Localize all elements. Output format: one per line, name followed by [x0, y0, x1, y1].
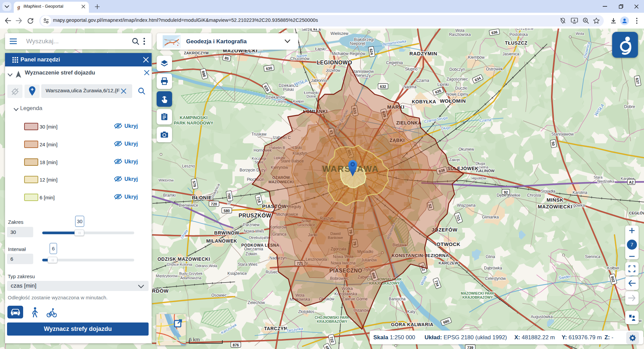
svg-text:KRAJOBRAZOWY: KRAJOBRAZOWY	[463, 295, 493, 299]
svg-text:Nadma: Nadma	[404, 85, 417, 89]
svg-text:MAZOWIECKI PARK: MAZOWIECKI PARK	[461, 291, 495, 295]
svg-text:Bramki: Bramki	[163, 193, 175, 198]
svg-text:KARCZEW: KARCZEW	[439, 261, 459, 265]
svg-text:Glinianka: Glinianka	[482, 215, 499, 219]
svg-text:Łajski: Łajski	[315, 47, 326, 51]
svg-text:Białobrzegi: Białobrzegi	[354, 37, 374, 42]
svg-text:Odrano-Wola: Odrano-Wola	[195, 264, 217, 268]
svg-text:Dąbrówka: Dąbrówka	[484, 266, 502, 270]
svg-text:Złotokłos: Złotokłos	[298, 309, 314, 314]
svg-text:Stanisławów: Stanisławów	[551, 132, 574, 137]
svg-text:Dobre: Dobre	[624, 104, 635, 109]
svg-text:A2: A2	[629, 180, 634, 184]
svg-text:Zakręt: Zakręt	[449, 158, 460, 162]
svg-text:Lipinki: Lipinki	[437, 82, 449, 87]
svg-text:Karolina: Karolina	[573, 190, 587, 195]
svg-text:Czarna: Czarna	[416, 78, 429, 83]
svg-text:Polski: Polski	[283, 87, 294, 92]
svg-text:Stojadła: Stojadła	[541, 189, 555, 194]
svg-text:RDÓW: RDÓW	[152, 288, 169, 294]
svg-text:Rasztowska: Rasztowska	[449, 32, 471, 37]
svg-text:Okuniew: Okuniew	[459, 147, 474, 152]
svg-text:739: 739	[467, 346, 473, 349]
svg-text:Dobczyn: Dobczyn	[449, 67, 465, 72]
svg-text:Żelechów: Żelechów	[248, 300, 265, 305]
svg-text:Osowiec: Osowiec	[211, 293, 227, 298]
svg-text:Otrębusy: Otrębusy	[249, 236, 264, 240]
svg-text:PARK NARODOWY: PARK NARODOWY	[174, 120, 214, 126]
svg-text:BŁONIE: BŁONIE	[192, 195, 212, 200]
svg-text:Adamowizna: Adamowizna	[180, 276, 202, 280]
svg-text:50: 50	[551, 141, 556, 146]
svg-text:Kiełpin: Kiełpin	[293, 99, 304, 103]
svg-text:Józefów: Józefów	[326, 68, 340, 73]
svg-text:WOŁOMIN: WOŁOMIN	[440, 98, 466, 104]
svg-text:KRAJOBRAZOWY: KRAJOBRAZOWY	[317, 319, 347, 323]
svg-text:Wiązowna: Wiązowna	[457, 203, 476, 208]
svg-text:TŁUSZCZ: TŁUSZCZ	[505, 40, 527, 46]
svg-text:Cegielnia: Cegielnia	[386, 60, 403, 65]
svg-text:Klembów: Klembów	[468, 55, 485, 60]
svg-text:KOBYŁKA: KOBYŁKA	[412, 99, 436, 104]
svg-text:PRUSZKÓW: PRUSZKÓW	[238, 212, 271, 218]
svg-text:TARCZYN: TARCZYN	[264, 326, 287, 331]
svg-text:Duczki: Duczki	[455, 86, 467, 91]
svg-text:RADZYMIN: RADZYMIN	[409, 51, 437, 56]
svg-text:Wiktorów: Wiktorów	[158, 178, 173, 182]
svg-text:Jasienica: Jasienica	[502, 52, 519, 56]
svg-text:92: 92	[504, 190, 508, 194]
svg-text:85: 85	[224, 56, 229, 61]
svg-text:Jabłonna: Jabłonna	[311, 78, 327, 83]
svg-text:Nieporęt: Nieporęt	[350, 41, 365, 46]
svg-text:Chrośla: Chrośla	[527, 193, 541, 198]
svg-text:CEGŁÓW: CEGŁÓW	[629, 211, 644, 215]
svg-text:Książenice: Książenice	[227, 271, 247, 276]
svg-text:MILANÓWEK: MILANÓWEK	[206, 238, 237, 244]
svg-text:LEGIONOWO: LEGIONOWO	[317, 60, 352, 65]
svg-text:GÓRA KALWARIA: GÓRA KALWARIA	[391, 321, 434, 327]
svg-text:KAMPINOSKI: KAMPINOSKI	[179, 115, 207, 120]
svg-text:Leśny: Leśny	[276, 99, 286, 103]
svg-text:Ostrówek: Ostrówek	[486, 67, 503, 71]
svg-text:MIŃSK: MIŃSK	[547, 197, 564, 203]
svg-text:Wieliszew: Wieliszew	[330, 31, 348, 36]
svg-text:Wola: Wola	[576, 32, 585, 36]
svg-text:580: 580	[224, 209, 230, 213]
svg-text:ODZISK MAZOWIECKI: ODZISK MAZOWIECKI	[157, 256, 210, 262]
svg-text:CHOJNOWSKI PARK: CHOJNOWSKI PARK	[315, 315, 350, 319]
svg-text:Nowe Lipiny: Nowe Lipiny	[446, 92, 468, 97]
svg-text:HALINÓW: HALINÓW	[476, 169, 495, 173]
svg-text:Michałów-Reginów: Michałów-Reginów	[332, 51, 366, 56]
svg-text:Truskaw: Truskaw	[252, 132, 267, 137]
svg-text:Niedzialka: Niedzialka	[597, 179, 615, 183]
svg-text:Słupno: Słupno	[405, 67, 418, 71]
svg-text:Glina: Glina	[486, 254, 495, 259]
svg-text:MAZOWIECKI: MAZOWIECKI	[538, 204, 572, 209]
svg-text:ZAKROCZYM: ZAKROCZYM	[184, 51, 208, 55]
svg-text:Dziekanów: Dziekanów	[266, 95, 285, 100]
svg-text:Stara: Stara	[594, 175, 603, 179]
svg-text:Postoliska: Postoliska	[509, 32, 528, 37]
svg-text:Leszno: Leszno	[182, 164, 195, 168]
svg-text:Augustówka: Augustówka	[531, 314, 553, 319]
svg-text:Hipolitów: Hipolitów	[472, 176, 487, 180]
svg-text:Zagościniec: Zagościniec	[446, 77, 468, 82]
svg-text:Bieniewice: Bieniewice	[179, 203, 198, 208]
svg-text:Pierwszy: Pierwszy	[355, 73, 371, 78]
svg-text:Celestynów: Celestynów	[485, 276, 506, 281]
svg-text:Stara Wieś: Stara Wieś	[238, 262, 258, 267]
svg-text:Chylice-Kolonia: Chylice-Kolonia	[167, 262, 193, 266]
svg-text:Katy: Katy	[407, 309, 415, 314]
svg-text:632: 632	[380, 85, 386, 89]
svg-text:Budy-Grzybek: Budy-Grzybek	[179, 271, 203, 276]
svg-text:Dolne: Dolne	[307, 94, 316, 98]
svg-text:Parzniew: Parzniew	[243, 222, 260, 227]
svg-text:630: 630	[266, 66, 272, 70]
svg-text:OTWOCK: OTWOCK	[436, 241, 460, 247]
svg-text:BRWINÓW: BRWINÓW	[214, 230, 239, 236]
svg-text:720: 720	[211, 202, 217, 206]
svg-text:Siennica: Siennica	[585, 254, 600, 259]
svg-text:Baniocha: Baniocha	[389, 297, 406, 301]
svg-text:Kołbiel: Kołbiel	[607, 266, 619, 270]
svg-text:876: 876	[233, 343, 239, 347]
